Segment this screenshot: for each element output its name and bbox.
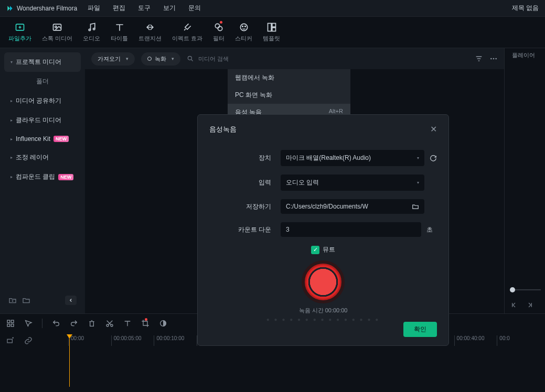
new-folder-icon[interactable] — [8, 296, 17, 304]
save-path[interactable]: C:/Users/clzh9/Documents/W — [281, 199, 424, 214]
link-icon[interactable] — [24, 336, 33, 345]
menu-file[interactable]: 파일 — [88, 4, 100, 13]
sidebar-cloud[interactable]: ▸클라우드 미디어 — [4, 111, 81, 130]
svg-rect-20 — [11, 324, 14, 326]
tool-transition[interactable]: 트랜지션 — [138, 22, 162, 42]
record-time: 녹음 시간 00:00:00 — [209, 307, 437, 314]
sidebar-influence[interactable]: ▸Influence KitNEW — [4, 130, 81, 148]
mute-label: 뮤트 — [323, 245, 335, 254]
svg-point-16 — [495, 58, 497, 60]
menu-view[interactable]: 보기 — [163, 4, 176, 13]
crop-icon[interactable] — [141, 319, 149, 328]
add-track-icon[interactable] — [6, 336, 15, 345]
tool-add-file[interactable]: 파일추가 — [8, 22, 31, 42]
tick: 00:00:40:00 — [454, 335, 497, 346]
undo-icon[interactable] — [52, 319, 60, 328]
redo-icon[interactable] — [70, 319, 78, 328]
record-webcam[interactable]: 웹캠에서 녹화 — [228, 69, 350, 86]
menu-tools[interactable]: 도구 — [138, 4, 151, 13]
filmora-logo-icon — [6, 5, 14, 12]
value: 오디오 입력 — [286, 178, 319, 187]
more-icon[interactable] — [489, 55, 498, 63]
titlebar: Wondershare Filmora 파일 편집 도구 보기 문의 제목 없음 — [0, 0, 545, 17]
mute-checkbox[interactable]: ✓ — [311, 246, 319, 254]
color-icon[interactable] — [159, 319, 167, 328]
tick: 00:0 — [497, 335, 540, 346]
svg-point-3 — [89, 29, 90, 30]
content-toolbar: 가져오기 녹화 미디어 검색 — [85, 48, 504, 69]
tool-label: 트랜지션 — [138, 35, 162, 42]
grid-icon[interactable] — [6, 319, 15, 328]
save-label: 저장하기 — [209, 202, 281, 211]
browse-folder-icon[interactable] — [412, 203, 419, 210]
sidebar-folder[interactable]: 폴더 — [4, 72, 81, 91]
menu-edit[interactable]: 편집 — [113, 4, 125, 13]
search-area[interactable]: 미디어 검색 — [187, 55, 468, 63]
tool-label: 파일추가 — [8, 35, 31, 42]
prev-frame-icon[interactable] — [510, 301, 518, 309]
input-select[interactable]: 오디오 입력▾ — [281, 175, 424, 191]
filter-toggle-icon[interactable] — [475, 55, 483, 63]
sidebar-share[interactable]: ▸미디어 공유하기 — [4, 91, 81, 111]
svg-point-6 — [218, 26, 222, 30]
tool-label: 타이틀 — [111, 35, 128, 42]
audio-icon — [87, 22, 97, 32]
search-icon — [187, 55, 194, 62]
filter-icon — [213, 22, 224, 32]
device-select[interactable]: 마이크 배열(Realtek(R) Audio)▾ — [281, 150, 424, 166]
transition-icon — [145, 22, 155, 32]
menu-help[interactable]: 문의 — [188, 4, 201, 13]
svg-point-7 — [240, 24, 247, 30]
refresh-icon[interactable] — [430, 155, 437, 162]
tool-effects[interactable]: 이펙트 효과 — [172, 22, 202, 42]
title-icon — [114, 22, 125, 32]
collapse-sidebar[interactable] — [65, 296, 77, 305]
record-menu: 웹캠에서 녹화 PC 화면 녹화 음성 녹음Alt+R — [228, 69, 350, 121]
tool-label: 이펙트 효과 — [172, 35, 202, 42]
tool-audio[interactable]: 오디오 — [83, 22, 100, 42]
tool-template[interactable]: 템플릿 — [263, 22, 280, 42]
tool-stock[interactable]: 스톡 미디어 — [42, 22, 72, 42]
import-dropdown[interactable]: 가져오기 — [91, 52, 135, 66]
tool-sticker[interactable]: 스티커 — [235, 22, 252, 42]
ok-button[interactable]: 확인 — [403, 322, 437, 337]
countdown-input[interactable]: 3 — [281, 222, 421, 237]
label: 미디어 공유하기 — [16, 96, 61, 105]
value: C:/Users/clzh9/Documents/W — [286, 203, 368, 210]
folder-icon[interactable] — [22, 296, 30, 304]
stock-icon — [52, 22, 62, 32]
svg-point-13 — [188, 56, 191, 60]
playhead[interactable] — [69, 334, 70, 387]
template-icon — [266, 22, 277, 32]
text-icon[interactable] — [123, 319, 132, 328]
tool-label: 스톡 미디어 — [42, 35, 72, 42]
player-tab[interactable]: 플레이어 — [512, 51, 535, 59]
sidebar-compound[interactable]: ▸컴파운드 클립NEW — [4, 167, 81, 187]
record-button[interactable] — [305, 264, 341, 300]
label: 폴더 — [36, 77, 49, 86]
voice-record-modal: 음성녹음 ✕ 장치 마이크 배열(Realtek(R) Audio)▾ 입력 오… — [197, 114, 449, 346]
cut-icon[interactable] — [105, 319, 114, 328]
next-frame-icon[interactable] — [526, 301, 534, 309]
tool-label: 스티커 — [235, 35, 252, 42]
sticker-icon — [239, 22, 249, 32]
record-dropdown[interactable]: 녹화 — [141, 52, 180, 66]
delete-icon[interactable] — [88, 319, 96, 328]
sidebar-adjust[interactable]: ▸조정 레이어 — [4, 148, 81, 167]
search-placeholder: 미디어 검색 — [198, 55, 229, 63]
countdown-unit: 초 — [426, 225, 437, 234]
svg-rect-10 — [268, 24, 271, 31]
sidebar-project-media[interactable]: ▾프로젝트 미디어 — [4, 52, 81, 72]
effects-icon — [182, 22, 193, 32]
cursor-icon[interactable] — [24, 319, 33, 328]
value: 3 — [286, 226, 290, 233]
record-screen[interactable]: PC 화면 녹화 — [228, 86, 350, 104]
tool-title[interactable]: 타이틀 — [111, 22, 128, 42]
tool-filter[interactable]: 필터 — [213, 22, 225, 42]
tool-label: 필터 — [213, 35, 225, 42]
svg-rect-17 — [7, 320, 10, 323]
close-icon[interactable]: ✕ — [430, 124, 437, 134]
tool-label: 오디오 — [83, 35, 100, 42]
svg-point-15 — [493, 58, 495, 60]
player-slider[interactable] — [510, 289, 541, 290]
